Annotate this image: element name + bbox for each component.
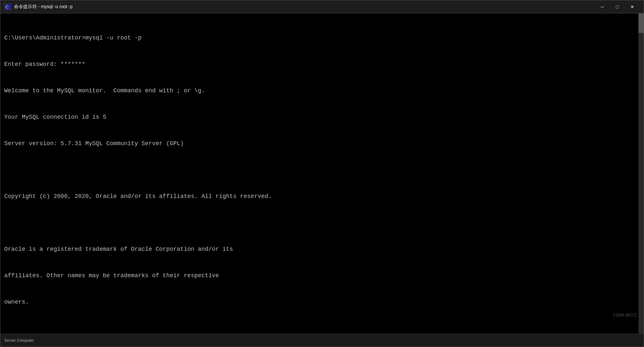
terminal-content: C:\Users\Administrator>mysql -u root -p … <box>4 16 640 334</box>
window-title: 命令提示符 - mysql -u root -p <box>14 4 595 10</box>
close-button[interactable]: ✕ <box>625 2 640 12</box>
terminal-body[interactable]: C:\Users\Administrator>mysql -u root -p … <box>0 13 644 334</box>
taskbar: Server Computer <box>0 334 644 347</box>
app-icon: C: <box>4 3 11 10</box>
terminal-window: C: 命令提示符 - mysql -u root -p ─ □ ✕ C:\Use… <box>0 0 644 347</box>
line-12 <box>4 324 640 333</box>
line-10: affiliates. Other names may be trademark… <box>4 271 640 280</box>
line-7: Copyright (c) 2000, 2020, Oracle and/or … <box>4 192 640 201</box>
line-4: Your MySQL connection id is 5 <box>4 113 640 122</box>
line-9: Oracle is a registered trademark of Orac… <box>4 245 640 254</box>
line-3: Welcome to the MySQL monitor. Commands e… <box>4 86 640 95</box>
line-8 <box>4 219 640 227</box>
line-11: owners. <box>4 298 640 307</box>
taskbar-item-server[interactable]: Server Computer <box>4 338 34 343</box>
minimize-button[interactable]: ─ <box>595 2 610 12</box>
line-2: Enter password: ******* <box>4 60 640 69</box>
svg-text:C:: C: <box>6 5 9 9</box>
line-6 <box>4 166 640 174</box>
line-5: Server version: 5.7.31 MySQL Community S… <box>4 139 640 148</box>
scrollbar[interactable] <box>638 13 644 334</box>
window-controls: ─ □ ✕ <box>595 2 640 12</box>
line-1: C:\Users\Administrator>mysql -u root -p <box>4 34 640 42</box>
watermark: CSDN @打工 <box>613 312 637 318</box>
title-bar: C: 命令提示符 - mysql -u root -p ─ □ ✕ <box>0 0 644 13</box>
scrollbar-thumb[interactable] <box>638 13 644 33</box>
maximize-button[interactable]: □ <box>610 2 625 12</box>
